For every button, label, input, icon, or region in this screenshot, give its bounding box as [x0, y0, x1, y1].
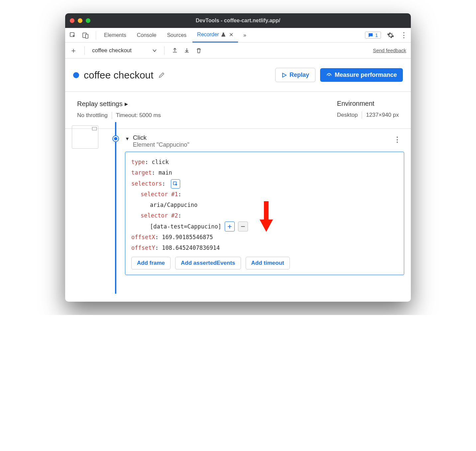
divider [112, 112, 112, 119]
section-title: Environment [337, 100, 374, 107]
prop-value[interactable]: click [152, 159, 169, 165]
recording-header: coffee checkout Replay Measure performan… [65, 59, 411, 92]
selector-value[interactable]: aria/Cappucino [150, 202, 197, 208]
replay-button[interactable]: Replay [275, 68, 315, 82]
edit-title-icon[interactable] [158, 72, 165, 78]
prop-key: selector #1 [141, 191, 178, 198]
export-icon[interactable] [172, 48, 178, 54]
divider [84, 46, 85, 55]
step-kebab-icon[interactable]: ⋮ [394, 135, 401, 144]
device-value: Desktop [337, 112, 358, 118]
section-title: Replay settings [77, 100, 123, 108]
delete-icon[interactable] [196, 48, 202, 54]
import-icon[interactable] [184, 48, 190, 54]
devtools-window: DevTools - coffee-cart.netlify.app/ Elem… [65, 13, 411, 302]
element-picker-icon[interactable] [171, 179, 180, 189]
prop-key: offsetX [131, 234, 155, 240]
tab-label: Recorder [197, 32, 219, 38]
step-title: Click [133, 134, 189, 141]
issues-badge[interactable]: 1 [365, 32, 381, 39]
device-toolbar-icon[interactable] [81, 31, 90, 40]
recording-status-dot [73, 72, 79, 78]
chevron-down-icon [152, 48, 157, 53]
devtools-tabstrip: Elements Console Sources Recorder ✕ » 1 … [65, 28, 411, 43]
flask-icon [221, 32, 226, 37]
recorder-toolbar: ＋ coffee checkout Send feedback [65, 43, 411, 59]
svg-rect-2 [85, 34, 88, 38]
timeout-value: Timeout: 5000 ms [116, 112, 161, 119]
measure-performance-button[interactable]: Measure performance [320, 68, 403, 82]
recording-select[interactable]: coffee checkout [92, 47, 157, 54]
prop-key: type [131, 159, 145, 165]
replay-settings-header[interactable]: Replay settings ▸ [77, 100, 337, 108]
add-asserted-events-button[interactable]: Add assertedEvents [175, 257, 241, 269]
more-tabs-icon[interactable]: » [239, 32, 250, 38]
steps-area: ▼ Click Element "Cappucino" ⋮ type: clic… [65, 129, 411, 302]
chevron-right-icon: ▸ [125, 100, 128, 108]
add-timeout-button[interactable]: Add timeout [246, 257, 290, 269]
tab-console[interactable]: Console [132, 28, 161, 43]
selector-value[interactable]: [data-test=Cappucino] [150, 221, 221, 232]
window-titlebar: DevTools - coffee-cart.netlify.app/ [65, 13, 411, 28]
timeline [105, 129, 125, 294]
button-label: Replay [290, 72, 309, 78]
divider [96, 31, 96, 40]
thumbnail-detail [92, 127, 97, 130]
send-feedback-link[interactable]: Send feedback [373, 48, 406, 53]
step-subtitle: Element "Cappucino" [133, 141, 189, 148]
throttling-value: No throttling [77, 112, 108, 119]
prop-key: offsetY [131, 244, 155, 251]
step-header[interactable]: ▼ Click Element "Cappucino" [125, 133, 404, 152]
divider [164, 46, 165, 55]
remove-selector-button[interactable]: − [238, 222, 248, 231]
new-recording-icon[interactable]: ＋ [70, 46, 77, 56]
environment-header: Environment [337, 100, 399, 107]
tab-label: Elements [104, 32, 126, 38]
button-label: Measure performance [335, 72, 397, 78]
prop-value[interactable]: main [159, 169, 172, 176]
tab-elements[interactable]: Elements [99, 28, 131, 43]
step-details-panel: type: click target: main selectors: sele… [125, 152, 404, 275]
tab-recorder[interactable]: Recorder ✕ [192, 28, 238, 43]
tab-sources[interactable]: Sources [162, 28, 191, 43]
window-title: DevTools - coffee-cart.netlify.app/ [65, 18, 411, 24]
prop-key: selector #2 [141, 212, 178, 219]
settings-row: Replay settings ▸ No throttling Timeout:… [65, 92, 411, 129]
prop-key: selectors [131, 180, 162, 187]
recording-title: coffee checkout [84, 70, 154, 81]
prop-value[interactable]: 108.6452407836914 [162, 244, 220, 251]
issues-count: 1 [375, 32, 378, 38]
add-selector-button[interactable]: + [225, 222, 235, 231]
kebab-menu-icon[interactable]: ⋮ [400, 31, 408, 40]
settings-gear-icon[interactable] [387, 32, 394, 39]
tab-label: Console [137, 32, 157, 38]
tab-label: Sources [167, 32, 186, 38]
prop-value[interactable]: 169.90185546875 [162, 234, 213, 240]
recording-select-value: coffee checkout [92, 47, 132, 54]
dimensions-value: 1237×940 px [366, 112, 399, 118]
divider [362, 111, 362, 119]
prop-key: target [131, 169, 152, 176]
step-thumbnail[interactable] [72, 125, 98, 149]
close-tab-icon[interactable]: ✕ [229, 32, 233, 38]
collapse-toggle-icon[interactable]: ▼ [125, 134, 130, 141]
add-frame-button[interactable]: Add frame [131, 257, 171, 269]
inspect-element-icon[interactable] [68, 31, 77, 40]
